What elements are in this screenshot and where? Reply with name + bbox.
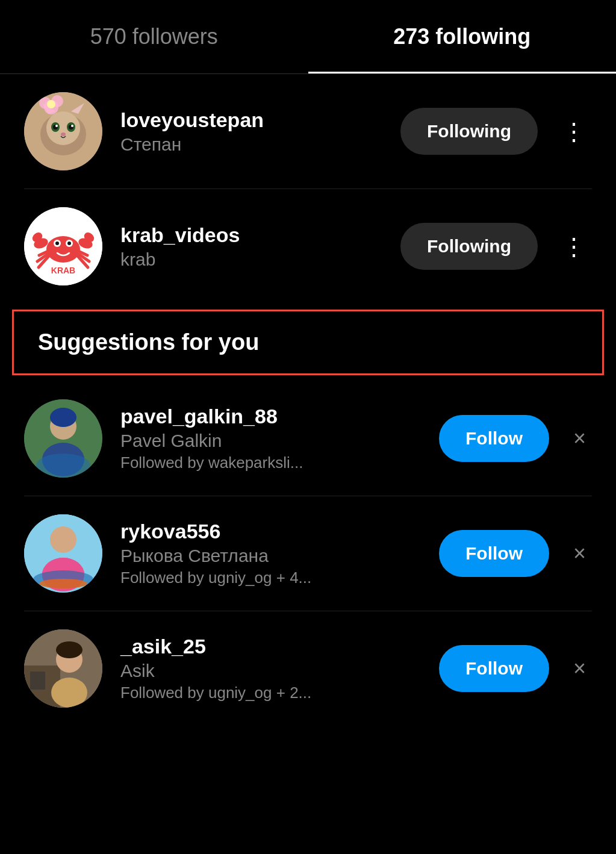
svg-point-47 (39, 579, 87, 588)
avatar[interactable] (24, 629, 102, 708)
svg-text:KRAB: KRAB (51, 266, 75, 275)
list-item: loveyoustepan Степан Following ⋮ (0, 74, 616, 189)
list-item: KRAB krab_videos krab Following ⋮ (0, 189, 616, 304)
svg-point-12 (71, 125, 73, 127)
user-info: _asik_25 Asik Followed by ugniy_og + 2..… (120, 635, 421, 702)
following-button[interactable]: Following (400, 108, 538, 155)
svg-point-33 (67, 242, 71, 245)
username: _asik_25 (120, 635, 421, 658)
svg-point-53 (51, 678, 87, 708)
username: rykova556 (120, 520, 421, 543)
svg-point-17 (47, 100, 55, 108)
display-name: Pavel Galkin (120, 431, 421, 451)
dismiss-icon[interactable]: × (567, 650, 592, 687)
following-list: loveyoustepan Степан Following ⋮ (0, 74, 616, 304)
svg-point-32 (55, 242, 59, 245)
user-info: rykova556 Рыкова Светлана Followed by ug… (120, 520, 421, 587)
display-name: Asik (120, 661, 421, 681)
list-item: pavel_galkin_88 Pavel Galkin Followed by… (0, 381, 616, 496)
display-name: Степан (120, 134, 382, 155)
svg-point-13 (61, 132, 66, 136)
display-name: Рыкова Светлана (120, 546, 421, 566)
dismiss-icon[interactable]: × (567, 535, 592, 572)
user-info: krab_videos krab (120, 223, 382, 270)
avatar[interactable] (24, 92, 102, 170)
avatar[interactable] (24, 514, 102, 593)
svg-point-11 (55, 125, 58, 127)
following-button[interactable]: Following (400, 223, 538, 270)
tab-followers[interactable]: 570 followers (0, 0, 308, 73)
svg-point-44 (50, 526, 76, 553)
more-options-icon[interactable]: ⋮ (556, 226, 592, 266)
user-info: pavel_galkin_88 Pavel Galkin Followed by… (120, 405, 421, 472)
suggestions-list: pavel_galkin_88 Pavel Galkin Followed by… (0, 381, 616, 726)
svg-rect-51 (30, 672, 45, 690)
tab-following[interactable]: 273 following (308, 0, 617, 73)
follow-button[interactable]: Follow (439, 645, 549, 692)
list-item: _asik_25 Asik Followed by ugniy_og + 2..… (0, 611, 616, 726)
username: pavel_galkin_88 (120, 405, 421, 428)
svg-point-39 (36, 453, 90, 478)
avatar[interactable]: KRAB (24, 207, 102, 285)
followers-count-label: 570 followers (90, 24, 218, 49)
followed-by: Followed by ugniy_og + 2... (120, 684, 421, 702)
follow-button[interactable]: Follow (439, 530, 549, 577)
display-name: krab (120, 249, 382, 270)
followed-by: Followed by ugniy_og + 4... (120, 569, 421, 587)
username: loveyoustepan (120, 108, 382, 132)
svg-point-54 (56, 641, 82, 658)
svg-point-38 (50, 408, 76, 427)
avatar[interactable] (24, 399, 102, 478)
username: krab_videos (120, 223, 382, 247)
user-info: loveyoustepan Степан (120, 108, 382, 155)
list-item: rykova556 Рыкова Светлана Followed by ug… (0, 496, 616, 611)
suggestions-header: Suggestions for you (12, 310, 604, 375)
tabs-header: 570 followers 273 following (0, 0, 616, 74)
following-count-label: 273 following (393, 24, 530, 49)
followed-by: Followed by wakeparksli... (120, 453, 421, 472)
svg-point-19 (46, 236, 80, 263)
dismiss-icon[interactable]: × (567, 420, 592, 457)
follow-button[interactable]: Follow (439, 415, 549, 462)
more-options-icon[interactable]: ⋮ (556, 111, 592, 151)
